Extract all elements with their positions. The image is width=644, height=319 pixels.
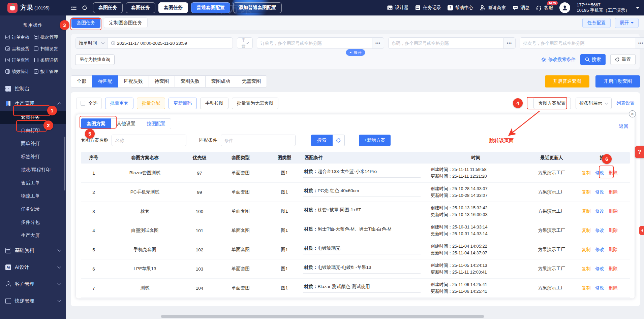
copy-link[interactable]: 复制	[582, 266, 591, 272]
sidebar-item-ai-design[interactable]: Ai AI设计	[0, 259, 66, 276]
copy-link[interactable]: 复制	[582, 285, 591, 291]
open-auto-taotu-button[interactable]: 开启自动套图	[595, 75, 640, 87]
sidebar-item-production[interactable]: 生产管理	[0, 96, 66, 111]
delete-link[interactable]: 删除	[609, 247, 618, 253]
search-button[interactable]: 搜索	[580, 54, 606, 65]
user-menu-caret-icon[interactable]	[636, 7, 639, 10]
status-tab-all[interactable]: 全部	[71, 75, 92, 87]
designer-link[interactable]: 设计器	[387, 5, 409, 11]
order-no-more-button[interactable]: •••	[372, 37, 384, 49]
batch-redo-button[interactable]: 批量重套	[105, 98, 133, 109]
sidebar-item-pickup-print[interactable]: 揽收/尾程打印	[0, 163, 66, 176]
quick-barcode-detail[interactable]: 条码详情	[34, 57, 63, 64]
task-log-link[interactable]: 任务记录	[415, 5, 441, 11]
edit-link[interactable]: 修改	[595, 285, 604, 291]
sidebar-item-basic-data[interactable]: 基础资料	[0, 242, 66, 259]
panel-search-button[interactable]: 搜索	[311, 135, 333, 146]
reset-button[interactable]: 重置	[610, 54, 636, 65]
horizontal-scrollbar[interactable]	[161, 315, 484, 318]
panel-tab-other-settings[interactable]: 其他设置	[111, 118, 141, 129]
panel-tab-pull-config[interactable]: 拉图配置	[141, 118, 171, 129]
sidebar-item-multi-package[interactable]: 多件分包	[0, 216, 66, 229]
quick-quality-check[interactable]: 品检验货	[5, 45, 34, 52]
add-scheme-button[interactable]: +新增方案	[359, 135, 391, 146]
help-center-link[interactable]: ? 帮助中心	[448, 5, 473, 11]
date-range-input[interactable]	[117, 41, 229, 46]
back-link[interactable]: 返回	[619, 123, 628, 130]
display-mode-select[interactable]: 按条码展示	[576, 98, 612, 109]
nav-tab-normal-config[interactable]: 普通套图配置	[191, 2, 230, 13]
customer-service-link[interactable]: 客服 NEW	[536, 5, 553, 11]
quick-batch-manage[interactable]: 批次管理	[34, 34, 63, 41]
user-avatar[interactable]	[559, 2, 570, 13]
save-quick-query-button[interactable]: 另存为快捷查询	[75, 55, 115, 65]
barcode-input[interactable]	[388, 37, 503, 49]
close-icon[interactable]: ✕	[629, 110, 636, 117]
quick-scan-ship[interactable]: 扫描发货	[34, 45, 63, 52]
tab-custom-taotu-task[interactable]: 定制图套图任务	[104, 17, 148, 28]
status-tab-taotu-failed[interactable]: 套图失败	[175, 75, 206, 87]
status-tab-match-failed[interactable]: 匹配失败	[118, 75, 149, 87]
sidebar-item-express-manage[interactable]: 快递管理	[0, 292, 66, 309]
sidebar-item-production-screen[interactable]: 生产大屏	[0, 229, 66, 242]
batch-skip-button[interactable]: 批量置为无需套图	[232, 98, 278, 109]
open-normal-taotu-button[interactable]: 开启普通套图	[545, 75, 589, 87]
sidebar-item-task-record[interactable]: 任务记录	[0, 203, 66, 216]
quick-performance-stats[interactable]: 绩效统计	[5, 68, 34, 75]
status-tab-pending-match[interactable]: 待匹配	[92, 75, 118, 87]
edit-link[interactable]: 修改	[595, 189, 604, 195]
manual-pull-button[interactable]: 手动拉图	[200, 98, 228, 109]
panel-refresh-button[interactable]	[333, 135, 345, 146]
platform-select[interactable]: 平台	[237, 37, 253, 49]
sidebar-item-waybill-reprint[interactable]: 面单补打	[0, 137, 66, 150]
scheme-name-input[interactable]	[112, 135, 186, 146]
filter-collapse-toggle[interactable]: 展开	[346, 49, 365, 56]
barcode-more-button[interactable]: •••	[503, 37, 516, 49]
order-no-input[interactable]	[257, 37, 372, 49]
sidebar-item-taotu-task[interactable]: 套图任务	[0, 111, 66, 124]
select-all-wrap[interactable]: 全选	[76, 98, 102, 109]
nav-tab-taotu-active[interactable]: 套图任务	[158, 2, 188, 13]
nav-tab-taotu-1[interactable]: 套图任务	[93, 2, 123, 13]
delete-link[interactable]: 删除	[609, 266, 618, 272]
sidebar-item-label-reprint[interactable]: 标签补打	[0, 150, 66, 163]
update-code-button[interactable]: 更新编码	[168, 98, 197, 109]
edit-link[interactable]: 修改	[595, 170, 604, 176]
quick-work-report[interactable]: 报工管理	[34, 68, 63, 75]
sidebar-item-free-print[interactable]: 自由打印	[0, 124, 66, 137]
edit-link[interactable]: 修改	[595, 208, 604, 214]
quick-order-search[interactable]: 订单查询	[5, 57, 34, 64]
copy-link[interactable]: 复制	[582, 227, 591, 234]
delete-link[interactable]: 删除	[609, 208, 618, 214]
delete-link[interactable]: 删除	[609, 227, 618, 234]
sidebar-item-console[interactable]: 控制台	[0, 81, 66, 96]
nav-tab-add-config[interactable]: 添加普通套图配置	[233, 2, 282, 13]
status-tab-pending-taotu[interactable]: 待套图	[149, 75, 175, 87]
quick-order-audit[interactable]: 订单审核	[5, 34, 34, 41]
edit-link[interactable]: 修改	[595, 247, 604, 253]
messages-link[interactable]: 消息	[512, 5, 529, 11]
delete-link[interactable]: 删除	[609, 285, 618, 291]
match-cond-input[interactable]	[221, 135, 296, 146]
sidebar-item-aftersale-ticket[interactable]: 售后工单	[0, 176, 66, 189]
edit-link[interactable]: 修改	[595, 227, 604, 234]
status-tab-no-taotu[interactable]: 无需套图	[236, 75, 267, 87]
expand-button[interactable]: 展开	[615, 18, 639, 28]
modify-search-link[interactable]: 修改搜索条件	[541, 57, 576, 63]
scheme-config-button[interactable]: 套图方案配置	[533, 98, 571, 109]
copy-link[interactable]: 复制	[582, 170, 591, 176]
collapse-menu-icon[interactable]	[71, 5, 77, 11]
copy-link[interactable]: 复制	[582, 208, 591, 214]
copy-link[interactable]: 复制	[582, 247, 591, 253]
nav-tab-taotu-2[interactable]: 套图任务	[126, 2, 155, 13]
side-collapse-arrow[interactable]	[639, 226, 644, 235]
status-tab-taotu-success[interactable]: 套图成功	[205, 75, 236, 87]
refresh-icon[interactable]	[82, 5, 88, 11]
sidebar-item-customer-manage[interactable]: 客户管理	[0, 276, 66, 292]
sidebar-scrollbar[interactable]	[64, 137, 65, 190]
panel-tab-scheme[interactable]: 套图方案	[81, 118, 111, 129]
batch-no-input[interactable]	[520, 37, 635, 49]
invite-merchant-link[interactable]: 邀请商家	[480, 5, 506, 11]
batch-assign-button[interactable]: 批量分配	[137, 98, 165, 109]
delete-link[interactable]: 删除	[609, 189, 618, 195]
